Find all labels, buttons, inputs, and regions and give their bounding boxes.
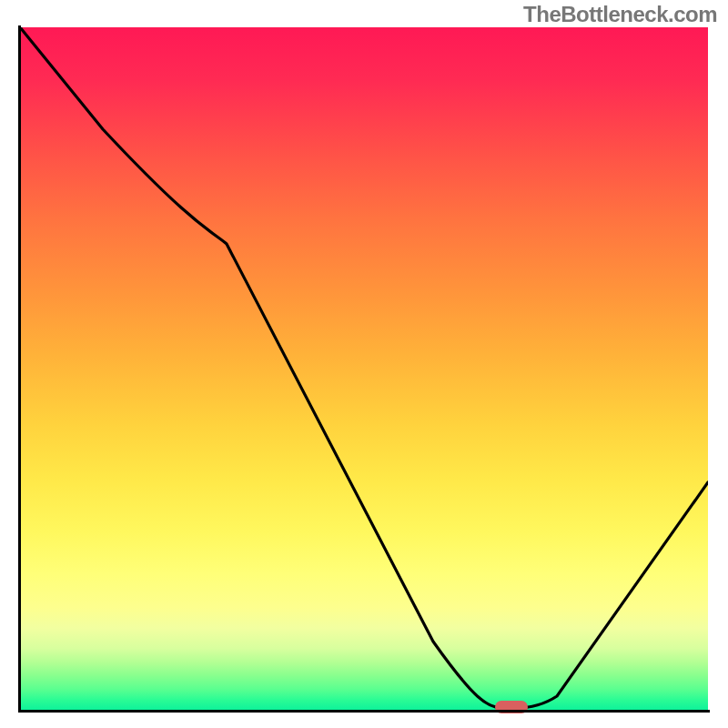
y-axis (18, 25, 21, 713)
watermark-text: TheBottleneck.com (523, 2, 717, 27)
x-axis (18, 710, 710, 713)
bottleneck-curve-path (20, 27, 708, 708)
curve-svg (20, 27, 708, 710)
plot-area (20, 27, 708, 710)
